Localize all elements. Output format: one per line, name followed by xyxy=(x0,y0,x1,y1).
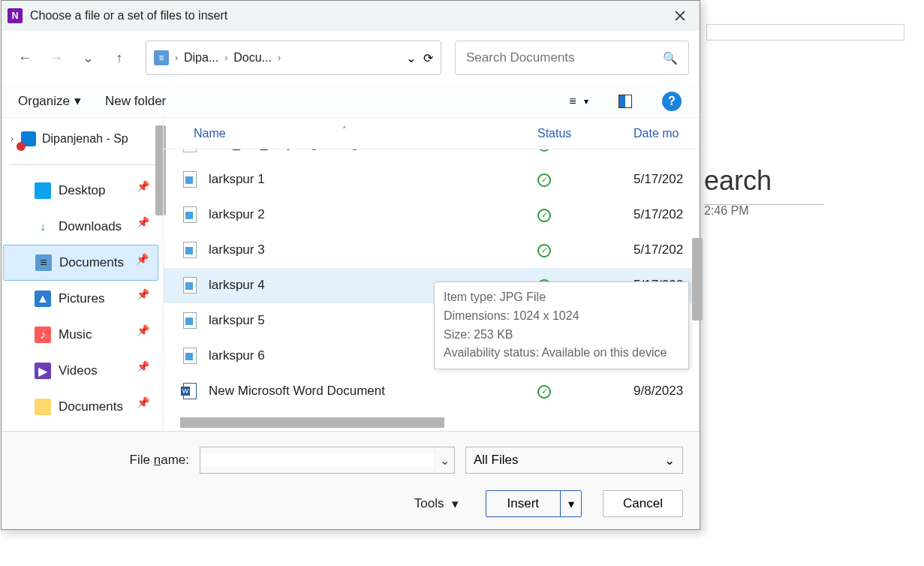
toolbar-row: Organize ▾ New folder ≡ ▾ ? xyxy=(2,85,700,118)
search-icon[interactable]: 🔍 xyxy=(663,51,678,65)
search-box[interactable]: 🔍 xyxy=(455,41,689,75)
pin-icon[interactable]: 📌 xyxy=(137,216,149,228)
forward-button[interactable]: → xyxy=(44,45,69,71)
cancel-button[interactable]: Cancel xyxy=(603,490,683,517)
music-icon: ♪ xyxy=(35,327,51,343)
breadcrumb-item-1[interactable]: Dipa... xyxy=(184,51,218,65)
chevron-down-icon: ⌄ xyxy=(664,453,675,468)
navigation-row: ← → ⌄ ↑ ≡ › Dipa... › Docu... › ⌄ ⟳ 🔍 xyxy=(2,31,700,85)
sidebar-item-desktop[interactable]: Desktop📌 xyxy=(3,173,158,209)
file-open-dialog: N Choose a file or a set of files to ins… xyxy=(1,0,700,530)
list-view-icon: ≡ xyxy=(569,95,576,108)
recent-locations-button[interactable]: ⌄ xyxy=(75,45,101,71)
back-button[interactable]: ← xyxy=(12,45,38,71)
close-icon xyxy=(674,10,686,22)
new-folder-button[interactable]: New folder xyxy=(105,94,166,109)
preview-pane-icon xyxy=(619,95,632,108)
file-date: 5/5/2024 xyxy=(634,149,700,152)
tools-menu[interactable]: Tools ▾ xyxy=(414,496,459,512)
address-breadcrumb[interactable]: ≡ › Dipa... › Docu... › ⌄ ⟳ xyxy=(146,41,441,75)
filename-label: File name: xyxy=(130,453,189,468)
sidebar-item-downloads[interactable]: ↓Downloads📌 xyxy=(3,209,158,245)
filename-input[interactable] xyxy=(200,454,435,467)
up-button[interactable]: ↑ xyxy=(107,45,132,71)
column-headers: Name˄ Status Date mo xyxy=(164,118,700,149)
search-input[interactable] xyxy=(466,50,663,65)
file-row[interactable]: larkspur 1✓5/17/202 xyxy=(164,162,700,197)
sidebar-item-label: Desktop xyxy=(59,183,105,198)
page-date-fragment: 2:46 PM xyxy=(704,204,749,218)
close-button[interactable] xyxy=(667,2,694,29)
file-name: EXL_WP_Why Organizing Your Data Is Criti… xyxy=(209,149,537,152)
pin-icon[interactable]: 📌 xyxy=(137,396,149,408)
onedrive-error-icon xyxy=(21,131,36,146)
file-row[interactable]: New Microsoft Word Document✓9/8/2023 xyxy=(164,374,700,409)
pin-icon[interactable]: 📌 xyxy=(137,288,149,300)
tree-separator xyxy=(9,164,155,165)
download-icon: ↓ xyxy=(35,218,51,235)
help-button[interactable]: ? xyxy=(661,90,683,113)
available-status-icon: ✓ xyxy=(537,149,551,152)
help-icon: ? xyxy=(662,92,682,111)
preview-pane-button[interactable] xyxy=(614,90,637,113)
filename-input-wrap[interactable]: ⌄ xyxy=(200,447,455,474)
insert-split-button: Insert ▾ xyxy=(486,490,582,517)
sidebar-item-music[interactable]: ♪Music📌 xyxy=(3,317,158,353)
insert-dropdown-button[interactable]: ▾ xyxy=(560,491,581,516)
pin-icon[interactable]: 📌 xyxy=(136,253,149,265)
view-menu[interactable]: ≡ ▾ xyxy=(567,90,590,113)
navigation-tree: › Dipanjenah - Sp Desktop📌↓Downloads📌≡Do… xyxy=(2,118,163,431)
onedrive-node[interactable]: › Dipanjenah - Sp xyxy=(2,124,163,154)
breadcrumb-item-2[interactable]: Docu... xyxy=(233,51,272,65)
available-status-icon: ✓ xyxy=(537,385,551,399)
tooltip-line-size: Size: 253 KB xyxy=(444,326,679,345)
file-row[interactable]: EXL_WP_Why Organizing Your Data Is Criti… xyxy=(164,149,700,162)
file-type-icon xyxy=(183,277,197,294)
column-header-status[interactable]: Status xyxy=(537,127,634,140)
button-row: Tools ▾ Insert ▾ Cancel xyxy=(18,490,683,517)
main-split: › Dipanjenah - Sp Desktop📌↓Downloads📌≡Do… xyxy=(2,118,700,431)
address-dropdown-button[interactable]: ⌄ xyxy=(406,51,416,65)
chevron-down-icon: ▾ xyxy=(74,93,81,109)
file-type-icon xyxy=(183,171,197,188)
available-status-icon: ✓ xyxy=(537,173,551,187)
file-status: ✓ xyxy=(537,172,634,187)
file-date: 9/8/2023 xyxy=(634,384,700,399)
file-status: ✓ xyxy=(537,384,634,399)
column-header-name[interactable]: Name˄ xyxy=(164,127,537,140)
dialog-title: Choose a file or a set of files to inser… xyxy=(30,9,667,23)
list-hscrollbar-track[interactable] xyxy=(164,416,700,431)
chevron-right-icon[interactable]: › xyxy=(175,53,178,63)
filename-dropdown-button[interactable]: ⌄ xyxy=(435,447,454,473)
sidebar-item-label: Videos xyxy=(59,363,98,378)
sidebar-item-documents[interactable]: ≡Documents📌 xyxy=(3,245,158,281)
chevron-right-icon[interactable]: › xyxy=(224,53,227,63)
refresh-button[interactable]: ⟳ xyxy=(423,51,433,65)
column-header-date[interactable]: Date mo xyxy=(634,127,700,140)
pin-icon[interactable]: 📌 xyxy=(137,180,149,192)
pin-icon[interactable]: 📌 xyxy=(137,360,149,372)
file-name: New Microsoft Word Document xyxy=(209,384,537,399)
organize-menu[interactable]: Organize ▾ xyxy=(18,93,81,109)
list-scrollbar[interactable] xyxy=(692,238,703,321)
tooltip-line-type: Item type: JPG File xyxy=(444,288,679,307)
list-hscrollbar-thumb[interactable] xyxy=(180,417,444,428)
file-row[interactable]: larkspur 2✓5/17/202 xyxy=(164,197,700,233)
folder-icon xyxy=(35,399,51,415)
file-date: 5/17/202 xyxy=(634,207,700,222)
sidebar-item-pictures[interactable]: ▲Pictures📌 xyxy=(3,281,158,317)
documents-crumb-icon: ≡ xyxy=(154,50,169,65)
available-status-icon: ✓ xyxy=(537,209,551,222)
organize-label: Organize xyxy=(18,94,70,109)
desktop-icon xyxy=(35,182,51,199)
available-status-icon: ✓ xyxy=(537,244,551,257)
file-type-filter[interactable]: All Files ⌄ xyxy=(465,447,683,474)
tooltip-line-avail: Availability status: Available on this d… xyxy=(444,344,679,363)
sidebar-item-documents[interactable]: Documents📌 xyxy=(3,389,158,425)
sidebar-item-label: Music xyxy=(59,327,92,342)
file-row[interactable]: larkspur 3✓5/17/202 xyxy=(164,233,700,268)
pin-icon[interactable]: 📌 xyxy=(137,324,149,336)
chevron-right-icon[interactable]: › xyxy=(278,53,281,63)
insert-button[interactable]: Insert xyxy=(486,491,561,516)
sidebar-item-videos[interactable]: ▶Videos📌 xyxy=(3,353,158,389)
